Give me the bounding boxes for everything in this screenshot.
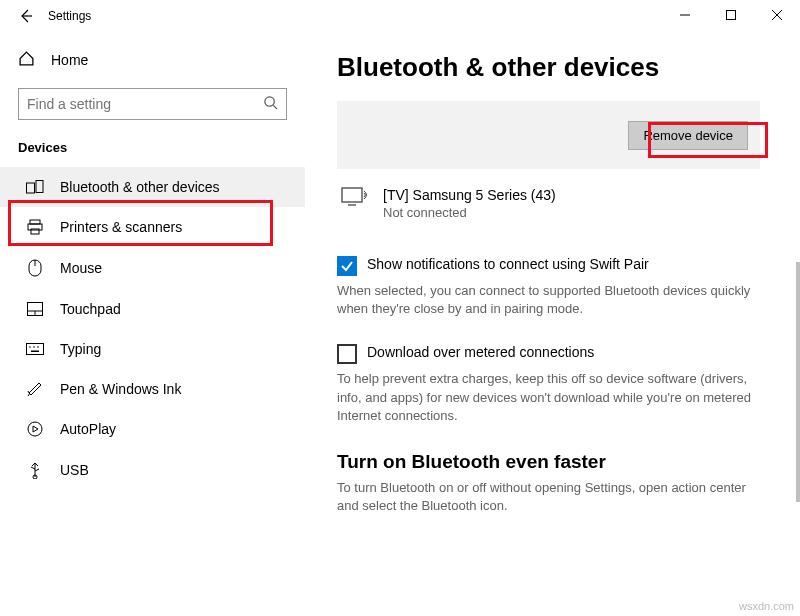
metered-checkbox[interactable]: Download over metered connections [337,344,760,364]
swift-pair-label: Show notifications to connect using Swif… [367,256,649,272]
home-label: Home [51,52,88,68]
sidebar-item-mouse[interactable]: Mouse [0,247,305,289]
close-button[interactable] [754,0,800,30]
sidebar-item-label: Pen & Windows Ink [60,381,181,397]
svg-rect-20 [31,351,39,353]
pen-icon [26,381,44,397]
sidebar-item-touchpad[interactable]: Touchpad [0,289,305,329]
search-box[interactable] [18,88,287,120]
swift-pair-checkbox[interactable]: Show notifications to connect using Swif… [337,256,760,276]
svg-point-21 [28,422,42,436]
minimize-button[interactable] [662,0,708,30]
sidebar-item-pen[interactable]: Pen & Windows Ink [0,369,305,409]
sidebar-item-label: Bluetooth & other devices [60,179,220,195]
device-status: Not connected [383,205,556,220]
metered-label: Download over metered connections [367,344,594,360]
printer-icon [26,219,44,235]
page-title: Bluetooth & other devices [337,52,760,83]
tv-icon [341,187,369,213]
svg-rect-8 [30,220,40,224]
svg-point-19 [37,346,39,348]
svg-point-17 [29,346,31,348]
devices-icon [26,180,44,194]
selected-device-banner: Remove device [337,101,760,169]
checkbox-unchecked-icon [337,344,357,364]
svg-point-4 [265,96,274,105]
svg-rect-6 [27,183,35,193]
svg-point-18 [33,346,35,348]
checkbox-checked-icon [337,256,357,276]
watermark: wsxdn.com [739,600,794,612]
metered-description: To help prevent extra charges, keep this… [337,370,760,425]
autoplay-icon [26,421,44,437]
svg-rect-24 [342,188,362,202]
sidebar-item-autoplay[interactable]: AutoPlay [0,409,305,449]
main-content: Bluetooth & other devices Remove device … [305,32,800,616]
sidebar-item-label: USB [60,462,89,478]
search-icon [263,95,278,114]
sidebar-item-printers[interactable]: Printers & scanners [0,207,305,247]
scrollbar[interactable] [796,262,800,502]
svg-line-5 [273,105,277,109]
swift-pair-description: When selected, you can connect to suppor… [337,282,760,318]
keyboard-icon [26,343,44,355]
device-row[interactable]: [TV] Samsung 5 Series (43) Not connected [337,183,760,246]
mouse-icon [26,259,44,277]
sidebar-item-typing[interactable]: Typing [0,329,305,369]
search-input[interactable] [27,96,263,112]
faster-heading: Turn on Bluetooth even faster [337,451,760,473]
device-name: [TV] Samsung 5 Series (43) [383,187,556,203]
svg-rect-1 [727,11,736,20]
sidebar-item-label: AutoPlay [60,421,116,437]
usb-icon [26,461,44,479]
back-button[interactable] [12,8,40,24]
maximize-button[interactable] [708,0,754,30]
touchpad-icon [26,302,44,316]
sidebar-section-label: Devices [0,134,305,167]
home-icon [18,50,35,70]
svg-rect-7 [36,181,43,193]
window-title: Settings [40,9,91,23]
faster-description: To turn Bluetooth on or off without open… [337,479,760,515]
sidebar-item-label: Mouse [60,260,102,276]
sidebar-item-bluetooth[interactable]: Bluetooth & other devices [0,167,305,207]
home-link[interactable]: Home [0,40,305,80]
remove-device-button[interactable]: Remove device [628,121,748,150]
sidebar-item-label: Printers & scanners [60,219,182,235]
svg-rect-16 [27,344,44,355]
sidebar-item-label: Typing [60,341,101,357]
sidebar-item-label: Touchpad [60,301,121,317]
sidebar-item-usb[interactable]: USB [0,449,305,491]
sidebar: Home Devices Bluetooth & other devices P… [0,32,305,616]
